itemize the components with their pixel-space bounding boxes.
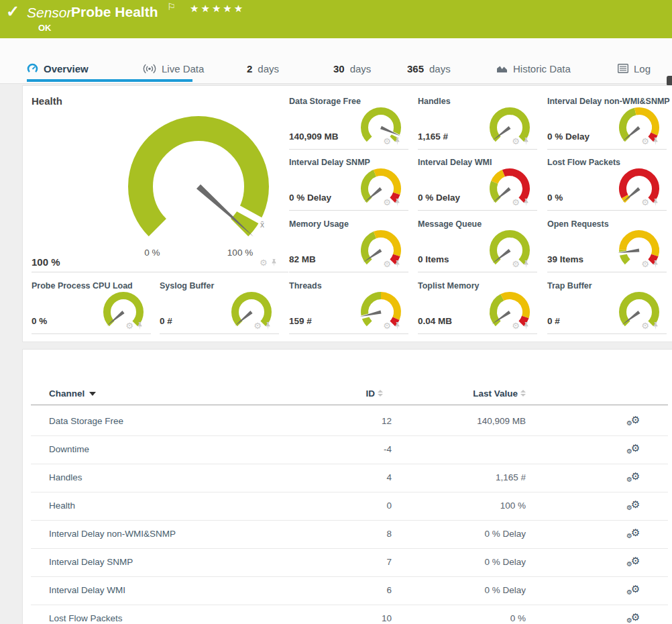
table-row[interactable]: Downtime -4 ⚙⚙ — [31, 436, 668, 464]
channel-last-value: 1,165 # — [437, 472, 526, 482]
tile-title: Interval Delay WMI — [418, 158, 492, 167]
tile-tools: ⚙ — [641, 260, 659, 268]
pin-icon[interactable] — [523, 260, 529, 268]
pin-icon[interactable] — [653, 199, 659, 207]
gear-icon[interactable]: ⚙ — [383, 137, 391, 146]
gear-icon[interactable]: ⚙ — [125, 321, 133, 330]
channel-id: 12 — [325, 416, 392, 426]
tile-title: Toplist Memory — [418, 281, 479, 291]
health-tile: Health 0 % 100 % 100 % x̄ ⚙ — [32, 93, 288, 272]
tile-value: 39 Items — [547, 254, 583, 264]
table-row[interactable]: Health 0 100 % ⚙⚙ — [31, 492, 668, 521]
channel-name: Interval Delay WMI — [49, 585, 125, 595]
overview-gauges-card: Health 0 % 100 % 100 % x̄ ⚙ Data Storage… — [22, 85, 672, 342]
channel-name: Data Storage Free — [49, 416, 123, 426]
gear-icon[interactable]: ⚙ — [383, 198, 391, 207]
gear-icon[interactable]: ⚙ — [512, 260, 520, 268]
channel-settings-icon[interactable]: ⚙⚙ — [626, 526, 642, 542]
gauge-tile: Syslog Buffer 0 # ⚙ — [160, 277, 280, 334]
pin-icon[interactable] — [653, 322, 659, 330]
tab-historic-data[interactable]: Historic Data — [496, 60, 571, 76]
pin-icon[interactable] — [523, 199, 529, 207]
channel-settings-icon[interactable]: ⚙⚙ — [626, 498, 642, 514]
tab-2-days[interactable]: 2 days — [247, 60, 279, 76]
gear-icon[interactable]: ⚙ — [641, 137, 649, 146]
gauge-tile: Data Storage Free 140,909 MB ⚙ — [289, 93, 410, 150]
gear-icon[interactable]: ⚙ — [260, 258, 268, 267]
channel-last-value: 0 % Delay — [437, 557, 526, 567]
pin-icon[interactable] — [523, 322, 529, 330]
tab-log[interactable]: Log — [618, 60, 651, 76]
table-row[interactable]: Handles 4 1,165 # ⚙⚙ — [31, 464, 668, 492]
tile-title: Syslog Buffer — [160, 281, 214, 291]
gear-icon[interactable]: ⚙ — [254, 321, 262, 330]
tab-overview[interactable]: Overview — [27, 60, 89, 76]
pin-icon[interactable] — [394, 199, 400, 207]
channel-settings-icon[interactable]: ⚙⚙ — [626, 470, 642, 486]
gauge-tile: Trap Buffer 0 # ⚙ — [547, 277, 668, 334]
table-row[interactable]: Interval Delay non-WMI&SNMP 8 0 % Delay … — [31, 521, 668, 549]
channel-settings-icon[interactable]: ⚙⚙ — [626, 441, 642, 458]
gear-icon[interactable]: ⚙ — [512, 137, 520, 146]
pin-icon[interactable] — [394, 322, 400, 330]
column-header-id[interactable]: ID — [316, 388, 383, 399]
pin-icon[interactable] — [523, 138, 529, 146]
tile-tools: ⚙ — [641, 321, 659, 330]
channel-settings-icon[interactable]: ⚙⚙ — [626, 413, 642, 429]
status-check-icon: ✓ — [6, 2, 19, 21]
pin-icon[interactable] — [137, 322, 143, 330]
gauge-min-label: 0 % — [132, 248, 172, 258]
tile-value: 0 Items — [418, 254, 449, 264]
tile-tools: ⚙ — [383, 198, 400, 207]
tile-tools: ⚙ — [512, 198, 529, 207]
gear-icon[interactable]: ⚙ — [641, 198, 649, 207]
tab-live-data[interactable]: Live Data — [143, 60, 204, 76]
gear-icon[interactable]: ⚙ — [512, 321, 520, 330]
channel-name: Interval Delay non-WMI&SNMP — [49, 529, 176, 539]
table-row[interactable]: Interval Delay SNMP 7 0 % Delay ⚙⚙ — [31, 549, 668, 577]
gear-icon[interactable]: ⚙ — [383, 321, 391, 330]
tile-value: 0 # — [547, 316, 560, 326]
tab-365-days[interactable]: 365 days — [407, 60, 451, 76]
tile-title: Handles — [418, 97, 451, 106]
tile-tools: ⚙ — [125, 321, 143, 330]
tile-title: Threads — [289, 281, 322, 291]
gauge-tile: Interval Delay non-WMI&SNMP 0 % Delay ⚙ — [547, 93, 668, 150]
active-tab-underline — [27, 79, 192, 82]
gauge-tile: Interval Delay SNMP 0 % Delay ⚙ — [289, 154, 410, 211]
table-row[interactable]: Lost Flow Packets 10 0 % ⚙⚙ — [31, 605, 668, 624]
table-row[interactable]: Data Storage Free 12 140,909 MB ⚙⚙ — [31, 408, 668, 436]
tile-value: 0 % Delay — [547, 132, 590, 142]
pin-icon[interactable] — [394, 138, 400, 146]
channel-last-value: 0 % — [437, 613, 526, 623]
channel-settings-icon[interactable]: ⚙⚙ — [626, 554, 642, 570]
log-icon — [618, 64, 628, 73]
tile-tools: ⚙ — [383, 321, 400, 330]
gauge-tile: Lost Flow Packets 0 % ⚙ — [547, 154, 668, 211]
channel-id: 4 — [325, 472, 392, 482]
gear-icon[interactable]: ⚙ — [641, 260, 649, 268]
column-header-last-value[interactable]: Last Value — [425, 388, 526, 399]
tile-value: 0.04 MB — [418, 316, 452, 326]
tab-bar: Overview Live Data 2 days 30 days 365 da… — [0, 38, 672, 84]
pin-icon[interactable] — [271, 259, 277, 267]
channel-name: Interval Delay SNMP — [49, 557, 133, 567]
channel-id: 10 — [325, 613, 392, 623]
pin-icon[interactable] — [394, 260, 400, 268]
channel-name: Handles — [49, 472, 82, 482]
gear-icon[interactable]: ⚙ — [512, 198, 520, 207]
tile-tools: ⚙ — [383, 260, 400, 268]
channel-settings-icon[interactable]: ⚙⚙ — [626, 611, 642, 624]
channel-settings-icon[interactable]: ⚙⚙ — [626, 582, 642, 599]
priority-stars[interactable]: ★★★★★ — [190, 3, 245, 15]
column-header-channel[interactable]: Channel — [49, 388, 96, 399]
tab-30-days[interactable]: 30 days — [333, 60, 371, 76]
tile-tools: ⚙ — [383, 137, 400, 146]
gear-icon[interactable]: ⚙ — [383, 260, 391, 268]
pin-icon[interactable] — [653, 138, 659, 146]
pin-icon[interactable] — [653, 260, 659, 268]
flag-icon[interactable]: ⚐ — [167, 1, 176, 12]
table-row[interactable]: Interval Delay WMI 6 0 % Delay ⚙⚙ — [31, 577, 668, 605]
pin-icon[interactable] — [265, 322, 271, 330]
gear-icon[interactable]: ⚙ — [641, 321, 649, 330]
